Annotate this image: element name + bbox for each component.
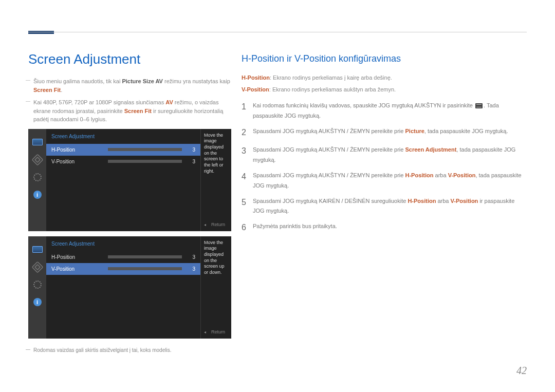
step3-text: Spausdami JOG mygtuką AUKŠTYN / ŽEMYN pe…: [253, 144, 527, 165]
step-1: 1 Kai rodomas funkcinių klavišų vadovas,…: [242, 100, 527, 121]
step6-text: Pažymėta parinktis bus pritaikyta.: [253, 220, 527, 232]
osd-body: Screen Adjustment H-Position 3 V-Positio…: [46, 236, 200, 339]
subsection-title: H-Position ir V-Position konfigūravimas: [242, 53, 527, 64]
step-num-5: 5: [242, 195, 253, 210]
step4-b2: V-Position: [448, 172, 476, 178]
step-2: 2 Spausdami JOG mygtuką AUKŠTYN / ŽEMYN …: [242, 125, 527, 140]
osd-row-vposition: V-Position 3: [46, 263, 200, 275]
gear-icon: [32, 281, 43, 289]
osd-row-hposition: H-Position 3: [46, 144, 200, 156]
desc-vposition: V-Position: Ekrano rodinys perkeliamas a…: [242, 85, 527, 94]
step-5: 5 Spausdami JOG mygtuką KAIRĖN / DEŠINĖN…: [242, 195, 527, 217]
osd-row1-value: 3: [187, 253, 195, 261]
note1-bold1: Picture Size AV: [122, 78, 162, 84]
note2-b2: Screen Fit: [124, 108, 152, 114]
osd-row2-value: 3: [187, 265, 195, 273]
step-num-6: 6: [242, 220, 253, 235]
step4-mid: arba: [434, 172, 448, 178]
info-icon: i: [32, 191, 43, 199]
desc1-bold: H-Position: [242, 74, 270, 81]
desc2-text: : Ekrano rodinys perkeliamas aukštyn arb…: [269, 86, 396, 92]
note-1: Šiuo meniu galima naudotis, tik kai Pict…: [28, 77, 231, 94]
osd-row1-value: 3: [187, 146, 195, 154]
step2-a: Spausdami JOG mygtuką AUKŠTYN / ŽEMYN pe…: [253, 128, 405, 134]
step1-text: Kai rodomas funkcinių klavišų vadovas, s…: [253, 100, 527, 121]
step-6: 6 Pažymėta parinktis bus pritaikyta.: [242, 220, 527, 235]
adjust-icon: [32, 156, 43, 164]
step2-text: Spausdami JOG mygtuką AUKŠTYN / ŽEMYN pe…: [253, 125, 527, 137]
note-2: Kai 480P, 576P, 720P ar 1080P signalas s…: [28, 98, 231, 124]
back-arrow-icon: ◂: [204, 330, 206, 334]
desc-hposition: H-Position: Ekrano rodinys perkeliamas į…: [242, 73, 527, 82]
step5-a: Spausdami JOG mygtuką KAIRĖN / DEŠINĖN s…: [253, 198, 408, 204]
desc1-text: : Ekrano rodinys perkeliamas į kairę arb…: [270, 74, 392, 81]
step-num-3: 3: [242, 144, 253, 159]
adjust-icon: [32, 263, 43, 271]
desc2-bold: V-Position: [242, 86, 269, 92]
step1-a: Kai rodomas funkcinių klavišų vadovas, s…: [253, 102, 474, 108]
osd-row1-label: H-Position: [51, 146, 108, 154]
step3-b: Screen Adjustment: [405, 146, 457, 153]
osd-screenshot-1: i Screen Adjustment H-Position 3 V-Posit…: [28, 129, 231, 231]
right-column: H-Position ir V-Position konfigūravimas …: [242, 53, 527, 239]
osd-slider: [108, 160, 182, 163]
osd-sidebar: i: [28, 129, 46, 231]
step5-b1: H-Position: [408, 198, 436, 204]
osd-slider: [108, 267, 182, 270]
osd-row2-label: V-Position: [51, 158, 108, 165]
step-num-4: 4: [242, 170, 253, 184]
note2-b1: AV: [165, 99, 173, 105]
step-4: 4 Spausdami JOG mygtuką AUKŠTYN / ŽEMYN …: [242, 170, 527, 191]
osd-slider: [108, 148, 182, 151]
back-arrow-icon: ◂: [204, 222, 206, 227]
osd-slider: [108, 255, 182, 258]
osd-footer: ◂Return: [204, 329, 225, 336]
osd-tooltip: Move the image displayed on the screen t…: [200, 129, 231, 231]
note1-post: .: [61, 87, 62, 93]
osd-tooltip: Move the image displayed on the screen u…: [200, 236, 231, 339]
osd-return-label: Return: [211, 222, 225, 227]
left-column: Šiuo meniu galima naudotis, tik kai Pict…: [28, 77, 231, 354]
step2-c: , tada paspauskite JOG mygtuką.: [424, 128, 508, 134]
note1-pre: Šiuo meniu galima naudotis, tik kai: [33, 78, 122, 84]
osd-footer: ◂Return: [204, 221, 225, 229]
step-num-2: 2: [242, 125, 253, 140]
step4-text: Spausdami JOG mygtuką AUKŠTYN / ŽEMYN pe…: [253, 170, 527, 191]
step3-a: Spausdami JOG mygtuką AUKŠTYN / ŽEMYN pe…: [253, 146, 405, 153]
step5-text: Spausdami JOG mygtuką KAIRĖN / DEŠINĖN s…: [253, 195, 527, 217]
page-title: Screen Adjustment: [28, 51, 140, 67]
note2-pre: Kai 480P, 576P, 720P ar 1080P signalas s…: [33, 99, 165, 105]
step5-mid: arba: [436, 198, 450, 204]
step5-b2: V-Position: [451, 198, 478, 204]
monitor-icon: [32, 246, 43, 254]
osd-title: Screen Adjustment: [46, 129, 200, 144]
step-3: 3 Spausdami JOG mygtuką AUKŠTYN / ŽEMYN …: [242, 144, 527, 165]
step-num-1: 1: [242, 100, 253, 115]
step4-a: Spausdami JOG mygtuką AUKŠTYN / ŽEMYN pe…: [253, 172, 405, 178]
osd-body: Screen Adjustment H-Position 3 V-Positio…: [46, 129, 200, 231]
page-number: 42: [516, 365, 527, 377]
step4-b1: H-Position: [405, 172, 434, 178]
step2-b: Picture: [405, 128, 424, 134]
note1-mid: režimu yra nustatytas kaip: [163, 78, 230, 84]
osd-return-label: Return: [211, 329, 225, 334]
header-accent: [28, 31, 54, 34]
osd-title: Screen Adjustment: [46, 236, 200, 251]
osd-row1-label: H-Position: [51, 253, 108, 261]
osd-sidebar: i: [28, 236, 46, 339]
gear-icon: [32, 173, 43, 181]
menu-icon: [475, 103, 483, 108]
header-rule: [28, 32, 527, 32]
osd-row-hposition: H-Position 3: [46, 251, 200, 263]
osd-row2-value: 3: [187, 158, 195, 165]
osd-screenshot-2: i Screen Adjustment H-Position 3 V-Posit…: [28, 236, 231, 339]
monitor-icon: [32, 138, 43, 146]
footnote: Rodomas vaizdas gali skirtis atsižvelgia…: [28, 346, 231, 354]
osd-row2-label: V-Position: [51, 265, 108, 273]
info-icon: i: [32, 298, 43, 306]
note1-bold2: Screen Fit: [33, 87, 61, 93]
osd-row-vposition: V-Position 3: [46, 156, 200, 167]
